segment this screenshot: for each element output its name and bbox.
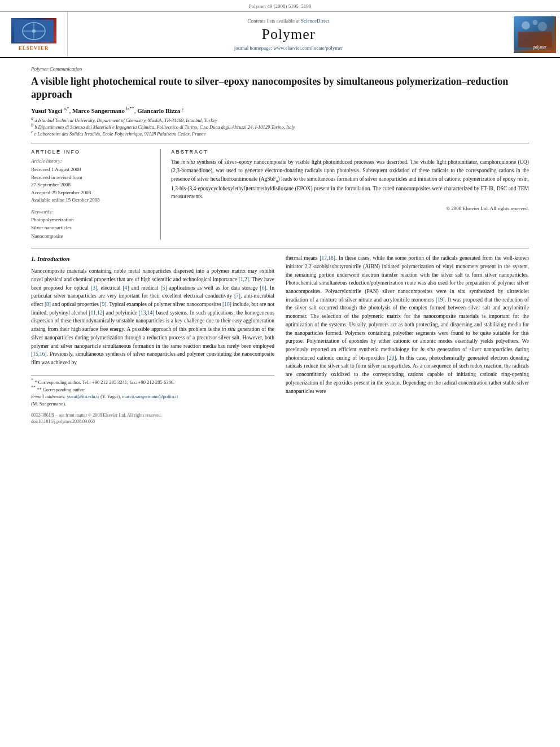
- journal-header: ELSEVIER Contents lists available at Sci…: [0, 12, 560, 58]
- svg-point-10: [537, 21, 547, 31]
- double-star-author-note: ** Corresponding author.: [37, 387, 86, 392]
- abstract-title: ABSTRACT: [171, 149, 529, 155]
- affiliation-b: b b Dipartimento di Scienza dei Material…: [31, 124, 529, 131]
- corresponding-author-note: * Corresponding author. Tel.: +90 212 28…: [34, 379, 174, 385]
- author-rizza: Giancarlo Rizza: [137, 107, 180, 114]
- main-col-left: 1. Introduction Nanocomposite materials …: [31, 254, 274, 425]
- article-title: A visible light photochemical route to s…: [31, 75, 529, 102]
- main-content: 1. Introduction Nanocomposite materials …: [0, 254, 560, 425]
- accepted-date: Accepted 29 September 2008: [31, 189, 150, 197]
- homepage-text: journal homepage: www.elsevier.com/locat…: [234, 45, 343, 51]
- right-paragraph-1: thermal means [17,18]. In these cases, w…: [286, 254, 529, 395]
- revised-date: Received in revised form27 September 200…: [31, 174, 150, 189]
- email-sangermano[interactable]: marco.sangermano@polito.it: [122, 394, 178, 399]
- intro-paragraph-1: Nanocomposite materials containing noble…: [31, 267, 274, 367]
- keywords-list: Photopolymerization Silver nanoparticles…: [31, 216, 150, 240]
- svg-point-4: [32, 29, 36, 33]
- elsevier-wordmark: ELSEVIER: [19, 45, 49, 51]
- authors-line: Yusuf Yagci a,*, Marco Sangermano b,**, …: [31, 107, 529, 114]
- page: Polymer 49 (2008) 5195–5198 ELSEVIER Con…: [0, 0, 560, 747]
- polymer-logo-image: polymer: [514, 16, 556, 53]
- intro-section-title: 1. Introduction: [31, 254, 274, 264]
- intro-number: 1.: [31, 255, 36, 262]
- two-col-main: 1. Introduction Nanocomposite materials …: [31, 254, 529, 425]
- email-sangermano-name: (M. Sangermano).: [31, 400, 274, 408]
- affiliations: a a Istanbul Technical University, Depar…: [31, 117, 529, 138]
- footnote-star: * * Corresponding author. Tel.: +90 212 …: [31, 379, 274, 386]
- divider: [31, 143, 529, 143]
- keywords-label: Keywords:: [31, 209, 150, 215]
- abstract-text: The in situ synthesis of silver–epoxy na…: [171, 158, 529, 201]
- elsevier-logo-image: [11, 18, 56, 43]
- article-info-title: ARTICLE INFO: [31, 149, 150, 155]
- history-dates: Received 1 August 2008 Received in revis…: [31, 166, 150, 204]
- rizza-sup: c: [182, 106, 184, 111]
- svg-text:polymer: polymer: [532, 44, 546, 49]
- copyright-text: © 2008 Elsevier Ltd. All rights reserved…: [171, 206, 529, 211]
- sangermano-sup: b,**: [126, 106, 134, 111]
- keyword-1: Photopolymerization: [31, 216, 150, 224]
- author-yagci: Yusuf Yagci: [31, 107, 62, 114]
- elsevier-logo: ELSEVIER: [0, 12, 68, 57]
- footer-copyright: 0032-3861/$ – see front matter © 2008 El…: [31, 412, 274, 425]
- footnote-area: * * Corresponding author. Tel.: +90 212 …: [31, 375, 274, 425]
- email-yagci-name: (Y. Yagci),: [100, 394, 122, 399]
- email-label: E-mail addresses:: [31, 394, 65, 399]
- keyword-3: Nanocomposite: [31, 232, 150, 240]
- journal-title: Polymer: [261, 26, 315, 43]
- sciencedirect-label: Contents lists available at: [248, 18, 300, 24]
- citation-text: Polymer 49 (2008) 5195–5198: [249, 3, 312, 9]
- main-col-right: thermal means [17,18]. In these cases, w…: [286, 254, 529, 425]
- section-label: Polymer Communication: [31, 66, 529, 72]
- received-date: Received 1 August 2008: [31, 166, 150, 174]
- sciencedirect-line: Contents lists available at ScienceDirec…: [248, 18, 330, 24]
- article-section: Polymer Communication A visible light ph…: [0, 58, 560, 248]
- affiliation-a: a a Istanbul Technical University, Depar…: [31, 117, 529, 124]
- journal-homepage: journal homepage: www.elsevier.com/locat…: [234, 45, 343, 51]
- affiliation-c: c c Laboratoire des Solides Irradiés, Ec…: [31, 131, 529, 138]
- doi-text: doi:10.1016/j.polymer.2008.09.068: [31, 418, 274, 425]
- footnote-double-star: ** ** Corresponding author.: [31, 386, 274, 394]
- svg-point-8: [522, 21, 530, 29]
- polymer-logo: polymer: [509, 12, 560, 57]
- available-date: Available online 15 October 2008: [31, 196, 150, 204]
- article-info-column: ARTICLE INFO Article history: Received 1…: [31, 149, 161, 240]
- history-label: Article history:: [31, 158, 150, 164]
- section-divider: [31, 248, 529, 248]
- top-citation: Polymer 49 (2008) 5195–5198: [0, 0, 560, 12]
- yagci-sup: a,*: [64, 106, 69, 111]
- abstract-column: ABSTRACT The in situ synthesis of silver…: [161, 149, 529, 240]
- bottom-copyright-text: 0032-3861/$ – see front matter © 2008 El…: [31, 412, 274, 418]
- article-info-abstract: ARTICLE INFO Article history: Received 1…: [31, 149, 529, 240]
- keyword-2: Silver nanoparticles: [31, 224, 150, 231]
- email-line: E-mail addresses: yusuf@itu.edu.tr (Y. Y…: [31, 393, 274, 400]
- journal-center: Contents lists available at ScienceDirec…: [68, 12, 509, 57]
- email-yagci[interactable]: yusuf@itu.edu.tr: [67, 394, 99, 399]
- author-sangermano: Marco Sangermano: [72, 107, 125, 114]
- intro-title-text: Introduction: [37, 255, 69, 262]
- sciencedirect-link[interactable]: ScienceDirect: [301, 18, 329, 24]
- svg-point-9: [532, 20, 537, 25]
